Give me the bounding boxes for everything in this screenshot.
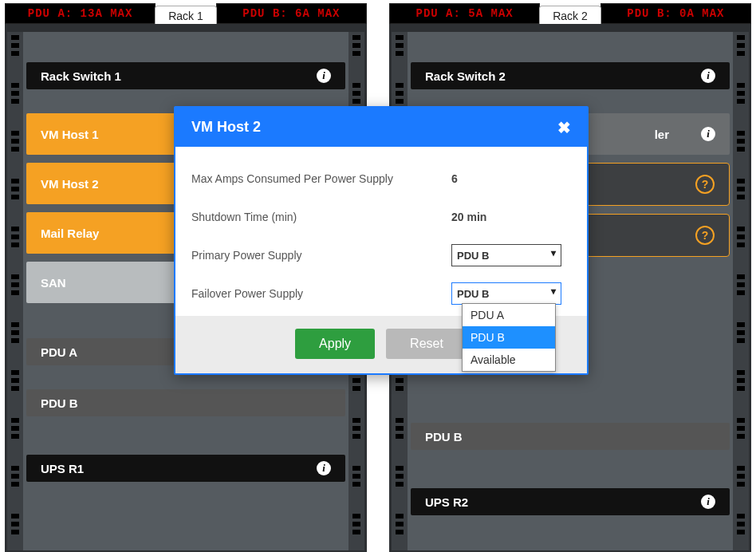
rack2-switch-label: Rack Switch 2 xyxy=(425,69,506,83)
san-label: SAN xyxy=(41,276,66,290)
info-icon[interactable]: i xyxy=(701,127,715,141)
help-icon[interactable]: ? xyxy=(695,226,715,245)
pdu-b-label: PDU B xyxy=(425,430,463,444)
rack1-pdu-a-readout: PDU A: 13A MAX xyxy=(5,3,156,24)
help-icon[interactable]: ? xyxy=(695,175,715,194)
primary-supply-select[interactable]: PDU B xyxy=(451,244,561,266)
failover-option-pdu-a[interactable]: PDU A xyxy=(463,304,555,326)
mailrelay-label: Mail Relay xyxy=(41,227,99,240)
rack1-switch-label: Rack Switch 1 xyxy=(41,69,121,83)
apply-button[interactable]: Apply xyxy=(295,329,375,359)
rack2-switch[interactable]: Rack Switch 2 i xyxy=(411,62,730,89)
vmhost1-label: VM Host 1 xyxy=(41,128,99,141)
primary-supply-label: Primary Power Supply xyxy=(191,249,451,262)
info-icon[interactable]: i xyxy=(317,69,331,83)
controller-label-partial: ler xyxy=(655,128,669,141)
rack2-ups[interactable]: UPS R2 i xyxy=(411,488,730,515)
ups-label: UPS R1 xyxy=(41,462,84,475)
reset-button[interactable]: Reset xyxy=(386,329,467,359)
modal-title: VM Host 2 xyxy=(191,119,261,136)
shutdown-time-value: 20 min xyxy=(451,211,571,223)
rack1-tab[interactable]: Rack 1 xyxy=(155,6,217,24)
failover-option-pdu-b[interactable]: PDU B xyxy=(463,326,555,349)
rack1-ups[interactable]: UPS R1 i xyxy=(26,455,345,482)
close-icon[interactable]: ✖ xyxy=(557,120,571,136)
rack2-pdu-a-readout: PDU A: 5A MAX xyxy=(389,3,540,24)
rack2-pdu-b[interactable]: PDU B xyxy=(411,423,730,450)
rack2-pdu-b-readout: PDU B: 0A MAX xyxy=(600,3,751,24)
rack1-pdu-b[interactable]: PDU B xyxy=(26,389,345,416)
failover-option-available[interactable]: Available xyxy=(463,349,555,371)
failover-supply-label: Failover Power Supply xyxy=(191,287,451,300)
pdu-b-label: PDU B xyxy=(41,396,78,410)
rack2-tab[interactable]: Rack 2 xyxy=(539,6,601,24)
shutdown-time-label: Shutdown Time (min) xyxy=(191,211,451,223)
max-amps-label: Max Amps Consumed Per Power Supply xyxy=(191,172,451,185)
pdu-a-label: PDU A xyxy=(41,345,77,359)
max-amps-value: 6 xyxy=(451,172,571,185)
failover-supply-dropdown: PDU A PDU B Available xyxy=(462,303,556,372)
failover-supply-select[interactable]: PDU B xyxy=(451,282,561,305)
info-icon[interactable]: i xyxy=(701,69,715,83)
rack1-pdu-b-readout: PDU B: 6A MAX xyxy=(216,3,367,24)
info-icon[interactable]: i xyxy=(701,495,715,509)
rack1-switch[interactable]: Rack Switch 1 i xyxy=(26,62,345,89)
vmhost2-label: VM Host 2 xyxy=(41,177,99,191)
info-icon[interactable]: i xyxy=(317,461,331,475)
ups-label: UPS R2 xyxy=(425,495,468,509)
